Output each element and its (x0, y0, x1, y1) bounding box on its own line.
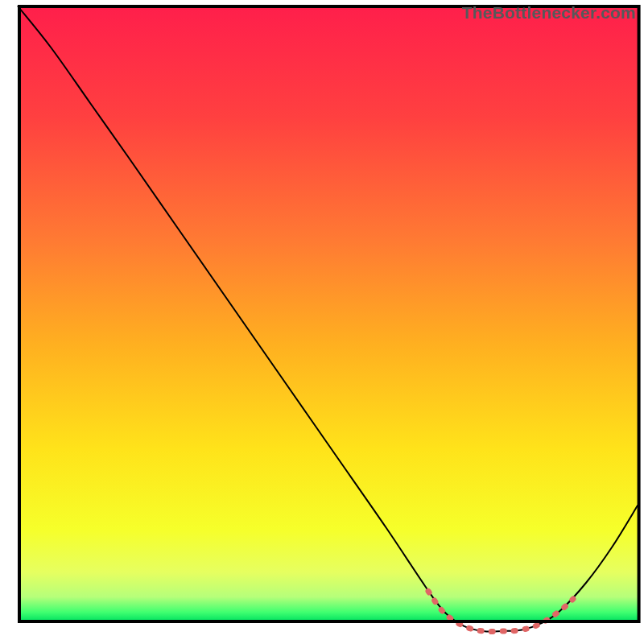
bottleneck-chart (0, 0, 644, 644)
chart-background (19, 6, 639, 621)
chart-frame: TheBottlenecker.com (0, 0, 644, 644)
watermark-text: TheBottlenecker.com (462, 3, 636, 23)
